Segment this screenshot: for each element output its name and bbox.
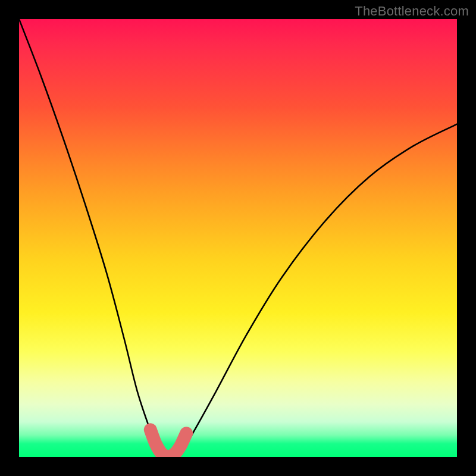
curve-layer <box>19 19 457 457</box>
bottleneck-curve <box>19 19 457 457</box>
chart-frame: TheBottleneck.com <box>0 0 476 476</box>
plot-area <box>19 19 457 457</box>
highlighted-minimum <box>151 430 186 456</box>
watermark-label: TheBottleneck.com <box>355 4 469 19</box>
